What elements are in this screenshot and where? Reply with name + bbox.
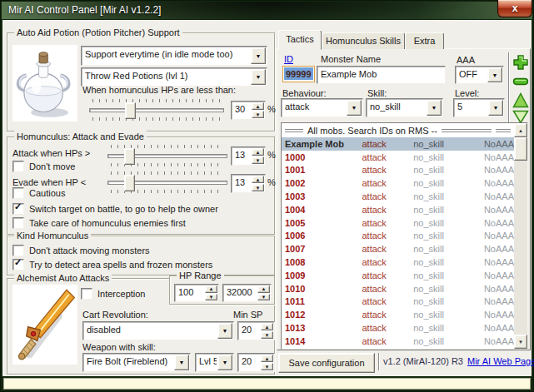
save-configuration-button[interactable]: Save configuration — [278, 353, 375, 373]
chevron-down-icon[interactable]: ▼ — [251, 69, 266, 85]
spin-down-icon[interactable]: ▼ — [257, 294, 270, 301]
slider-thumb[interactable] — [124, 148, 135, 165]
spin-up-icon[interactable]: ▲ — [252, 176, 264, 183]
title-bar[interactable]: Mir AI Control Panel [Mir AI v1.2.2] — [2, 2, 532, 19]
scrollbar-thumb[interactable] — [514, 137, 527, 161]
id-link[interactable]: ID — [284, 54, 293, 64]
move-up-button[interactable] — [512, 92, 529, 109]
spin-up-icon[interactable]: ▲ — [252, 102, 264, 110]
checkbox-box[interactable] — [81, 288, 92, 300]
tab-homunculus-skills[interactable]: Homunculus Skills — [322, 32, 405, 49]
chevron-down-icon[interactable]: ▼ — [347, 100, 362, 116]
spin-down-icon[interactable]: ▼ — [252, 111, 264, 118]
hp-range-max-spinner[interactable]: 32000 ▲▼ — [222, 284, 272, 302]
mob-rows[interactable]: Example Mob attack no_skill NoAAA 1000 a… — [282, 137, 514, 349]
level-select[interactable]: 5 ▼ — [453, 98, 505, 117]
weapon-min-sp-spinner[interactable]: 20 ▲▼ — [237, 353, 275, 372]
checkbox-box[interactable] — [12, 217, 24, 229]
mob-list-scrollbar[interactable]: ▲ ▼ — [514, 123, 527, 349]
hp-threshold-spinner[interactable]: 30 ▲▼ — [231, 101, 266, 120]
tab-extra[interactable]: Extra — [405, 32, 444, 49]
checkbox-box[interactable] — [12, 203, 24, 215]
mob-row[interactable]: 1012 attack no_skill NoAAA — [282, 308, 514, 321]
spin-down-icon[interactable]: ▼ — [261, 331, 273, 339]
spin-up-icon[interactable]: ▲ — [205, 285, 217, 293]
separator — [285, 129, 303, 132]
interception-checkbox[interactable]: Interception — [81, 288, 145, 300]
remove-mob-button[interactable] — [512, 77, 529, 87]
weapon-skill-select[interactable]: Fire Bolt (Fireblend) ▼ — [82, 353, 191, 372]
mob-row[interactable]: 1013 attack no_skill NoAAA — [282, 321, 514, 335]
skill-select[interactable]: no_skill ▼ — [366, 98, 443, 117]
chevron-down-icon[interactable]: ▼ — [427, 100, 442, 116]
take-care-checkbox[interactable]: Take care of homunculus enemies first — [12, 217, 186, 229]
chevron-down-icon[interactable]: ▼ — [174, 355, 189, 370]
scroll-up-icon[interactable]: ▲ — [514, 123, 527, 137]
spin-down-icon[interactable]: ▼ — [252, 184, 264, 191]
slider-thumb[interactable] — [125, 102, 136, 119]
attack-hp-slider[interactable] — [106, 145, 229, 166]
cart-min-sp-spinner[interactable]: 20 ▲▼ — [237, 321, 275, 340]
checkbox-box[interactable] — [12, 259, 24, 270]
chevron-down-icon[interactable]: ▼ — [488, 100, 503, 116]
spin-down-icon[interactable]: ▼ — [205, 294, 217, 301]
web-page-link[interactable]: Mir AI Web Page — [467, 356, 534, 366]
aaa-select[interactable]: OFF ▼ — [455, 66, 504, 84]
monster-name-input[interactable]: Example Mob — [317, 66, 446, 84]
add-mob-button[interactable] — [512, 54, 529, 72]
mob-row[interactable]: 1002 attack no_skill NoAAA — [282, 176, 514, 190]
dont-move-checkbox[interactable]: Don't move — [12, 161, 75, 172]
scroll-down-icon[interactable]: ▼ — [514, 335, 527, 349]
mob-row[interactable]: 1009 attack no_skill NoAAA — [282, 269, 514, 282]
evade-hp-spinner[interactable]: 13 ▲▼ — [231, 174, 266, 193]
mob-row[interactable]: 1000 attack no_skill NoAAA — [282, 151, 514, 164]
dont-attack-moving-checkbox[interactable]: Don't attack moving monsters — [12, 245, 150, 256]
slider-thumb[interactable] — [124, 175, 135, 191]
mob-row[interactable]: 1008 attack no_skill NoAAA — [282, 256, 514, 269]
hp-range-min-spinner[interactable]: 100 ▲▼ — [174, 284, 219, 302]
mob-row[interactable]: Example Mob attack no_skill NoAAA — [282, 137, 514, 151]
chevron-down-icon[interactable]: ▼ — [217, 355, 232, 370]
chevron-down-icon[interactable]: ▼ — [487, 67, 502, 82]
mob-behaviour: attack — [362, 218, 413, 228]
mob-row[interactable]: 1010 attack no_skill NoAAA — [282, 282, 514, 295]
mob-row[interactable]: 1001 attack no_skill NoAAA — [282, 164, 514, 177]
cart-revolution-select[interactable]: disabled ▼ — [82, 321, 234, 340]
dont-move-label: Don't move — [29, 161, 75, 171]
chevron-down-icon[interactable]: ▼ — [217, 323, 232, 339]
mob-row[interactable]: 1014 attack no_skill NoAAA — [282, 335, 514, 348]
mob-row[interactable]: 1005 attack no_skill NoAAA — [282, 216, 514, 230]
tab-tactics[interactable]: Tactics — [278, 30, 322, 50]
switch-target-checkbox[interactable]: Switch target on battle, to go to help t… — [12, 203, 218, 215]
mob-row[interactable]: 1006 attack no_skill NoAAA — [282, 230, 514, 243]
potion-type-select[interactable]: Throw Red Potions (lvl 1) ▼ — [81, 67, 267, 87]
close-button[interactable]: x — [497, 0, 532, 17]
mob-row[interactable]: 1011 attack no_skill NoAAA — [282, 295, 514, 309]
spin-up-icon[interactable]: ▲ — [252, 148, 264, 156]
checkbox-box[interactable] — [12, 187, 24, 199]
mob-row[interactable]: 1007 attack no_skill NoAAA — [282, 242, 514, 256]
spin-down-icon[interactable]: ▼ — [252, 156, 264, 164]
monster-id-input[interactable]: 99999 — [282, 66, 315, 82]
checkbox-box[interactable] — [12, 161, 24, 172]
weapon-level-select[interactable]: Lvl 5 ▼ — [195, 353, 234, 372]
mob-list[interactable]: All mobs. Search IDs on RMS -- Example M… — [281, 122, 528, 350]
spin-up-icon[interactable]: ▲ — [261, 323, 273, 330]
slider-track[interactable] — [89, 108, 224, 112]
mob-filter-row[interactable]: All mobs. Search IDs on RMS -- — [282, 123, 514, 137]
checkbox-box[interactable] — [12, 245, 24, 256]
mob-row[interactable]: 1003 attack no_skill NoAAA — [282, 190, 514, 203]
spin-up-icon[interactable]: ▲ — [261, 355, 273, 362]
chevron-down-icon[interactable]: ▼ — [251, 47, 266, 64]
behaviour-select[interactable]: attack ▼ — [281, 98, 363, 117]
support-mode-select[interactable]: Support everytime (in idle mode too) ▼ — [81, 46, 267, 66]
spin-down-icon[interactable]: ▼ — [261, 363, 273, 370]
hp-threshold-slider[interactable] — [87, 99, 226, 121]
mob-behaviour: attack — [362, 257, 413, 267]
spin-up-icon[interactable]: ▲ — [257, 285, 270, 293]
attack-hp-spinner[interactable]: 13 ▲▼ — [231, 146, 266, 166]
evade-hp-slider[interactable] — [106, 171, 229, 193]
cautious-checkbox[interactable]: Cautious — [12, 187, 65, 199]
mob-row[interactable]: 1004 attack no_skill NoAAA — [282, 203, 514, 216]
detect-spells-checkbox[interactable]: Try to detect area spells and frozen mon… — [12, 259, 212, 270]
